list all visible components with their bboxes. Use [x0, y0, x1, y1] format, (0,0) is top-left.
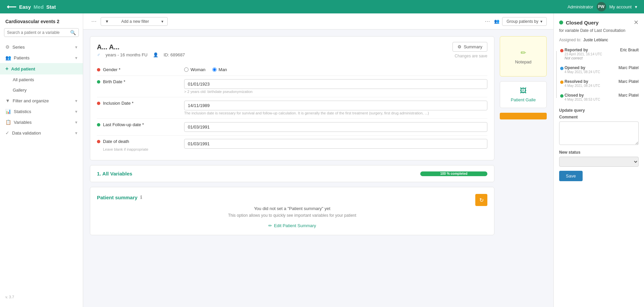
optional-indicator [97, 140, 100, 143]
patient-gallery-card[interactable]: 🖼 Patient Galle [500, 81, 547, 108]
refresh-button[interactable]: ↻ [475, 194, 487, 206]
logo-med: Med [34, 4, 44, 10]
sidebar-item-label: Variables [14, 120, 32, 125]
tl-opened-label: Opened by [565, 65, 600, 70]
tl-reported-label: Reported by [565, 48, 602, 52]
my-account-link[interactable]: My account [609, 4, 632, 9]
sidebar-item-label: All patients [5, 77, 34, 82]
summary-button[interactable]: ⚙ Summary [452, 42, 487, 52]
last-followup-label: Last Follow-up date * [103, 122, 144, 127]
save-button[interactable]: Save [559, 171, 583, 181]
summary-empty-sub: This option allows you to quickly see im… [97, 213, 487, 218]
gear-icon: ⚙ [5, 44, 10, 50]
chevron-down-icon: ▾ [75, 45, 77, 50]
required-indicator [97, 80, 100, 84]
filter-icon: ▼ [105, 19, 109, 24]
tl-reported-person: Eric Brault [620, 48, 639, 52]
info-icon: ℹ [140, 195, 142, 200]
sidebar-item-statistics[interactable]: 📊 Statistics ▾ [0, 106, 83, 117]
logo-stat: Stat [46, 4, 56, 10]
inclusion-date-label: Inclusion Date * [103, 101, 133, 106]
validation-icon: ✓ [5, 130, 9, 136]
tl-closed-label: Closed by [565, 93, 600, 98]
sidebar-item-all-patients[interactable]: All patients [0, 74, 83, 85]
logo: ⟵ EasyMedStat [7, 3, 56, 11]
timeline-item-reported: Reported by 23 April 2021, 16:14 UTC Not… [565, 48, 639, 60]
plus-icon: + [5, 66, 8, 72]
sidebar-item-filter[interactable]: ▼ Filter and organize ▾ [0, 95, 83, 106]
my-account-arrow[interactable]: ▾ [635, 4, 637, 9]
timeline-item-closed: Closed by 4 May 2021, 08:53 UTC Marc Pla… [565, 93, 639, 101]
group-patients-button[interactable]: Group patients by ▾ [502, 17, 547, 26]
birth-date-input[interactable] [184, 79, 487, 89]
chevron-down-icon: ▾ [75, 98, 77, 103]
required-indicator [97, 123, 100, 126]
tl-resolved-person: Marc Platel [619, 79, 639, 84]
inclusion-date-input[interactable] [184, 101, 487, 110]
chevron-down-icon: ▾ [540, 19, 542, 24]
query-assigned: Assigned to: Juste Leblanc [559, 38, 639, 42]
all-variables-title[interactable]: 1. All Variables [97, 171, 132, 176]
new-status-select[interactable] [559, 157, 639, 167]
group-patients-label: Group patients by [506, 19, 538, 24]
query-header: Closed Query ✕ [559, 19, 639, 26]
gender-label: Gender * [103, 67, 120, 72]
sidebar-item-data-validation[interactable]: ✓ Data validation ▾ [0, 127, 83, 138]
patient-age-fu: years - 16 months FU [106, 52, 148, 57]
main-content: ⋯ ▼ Add a new filter ▾ ⋯ 👥 Group patient… [83, 13, 553, 307]
assigned-label: Assigned to: [559, 38, 581, 42]
comment-textarea[interactable] [559, 121, 639, 145]
gender-icon: ♂ [97, 52, 100, 57]
gear-icon: ⚙ [458, 44, 462, 49]
timeline-item-resolved: Resolved by 4 May 2021, 08:24 UTC Marc P… [565, 79, 639, 88]
radio-man[interactable]: Man [212, 67, 227, 72]
notepad-card[interactable]: ✏ Notepad [500, 36, 547, 76]
edit-summary-link[interactable]: ✏ Edit Patient Summary [97, 223, 487, 228]
patient-id-icon: 👤 [153, 52, 158, 57]
notepad-icon: ✏ [521, 49, 526, 57]
sidebar-item-patients[interactable]: 👥 Patients ▾ [0, 52, 83, 63]
tl-reported-note: Not correct [565, 56, 602, 60]
chevron-down-icon: ▾ [75, 109, 77, 114]
last-followup-input[interactable] [184, 122, 487, 132]
user-avatar[interactable]: PW [597, 2, 606, 11]
all-variables-section: 1. All Variables 100 % completed [90, 165, 494, 182]
options-ellipsis-button[interactable]: ⋯ [483, 17, 491, 26]
tl-resolved-date: 4 May 2021, 08:24 UTC [565, 84, 600, 88]
search-icon[interactable]: 🔍 [70, 30, 76, 35]
right-panel: ✏ Notepad 🖼 Patient Galle [500, 36, 547, 300]
add-filter-button[interactable]: ▼ Add a new filter ▾ [101, 17, 168, 26]
required-indicator [97, 102, 100, 105]
filter-icon: ▼ [5, 98, 10, 103]
new-status-label: New status [559, 150, 639, 155]
progress-label: 100 % completed [440, 172, 467, 175]
tl-reported-date: 23 April 2021, 16:14 UTC [565, 52, 602, 56]
assigned-value: Juste Leblanc [583, 38, 608, 42]
sidebar-item-gallery[interactable]: Gallery [0, 85, 83, 95]
patient-meta: ♂ years - 16 months FU 👤 ID: 689687 [97, 52, 185, 57]
summary-empty-text: You did not set a "Patient summary" yet [97, 206, 487, 211]
query-close-button[interactable]: ✕ [634, 19, 639, 26]
inclusion-date-desc: The inclusion date is necessary for surv… [184, 111, 487, 115]
comment-label: Comment [559, 115, 639, 119]
query-panel: Closed Query ✕ for variable Date of Last… [553, 13, 644, 307]
statistics-icon: 📊 [5, 109, 11, 114]
sidebar-item-series[interactable]: ⚙ Series ▾ [0, 42, 83, 52]
patients-icon: 👥 [5, 55, 11, 60]
query-title: Closed Query [559, 20, 599, 25]
death-date-input[interactable] [184, 139, 487, 149]
sidebar-item-variables[interactable]: 📋 Variables ▾ [0, 117, 83, 127]
filter-ellipsis-button[interactable]: ⋯ [90, 17, 98, 26]
add-filter-label: Add a new filter [121, 19, 149, 24]
sidebar-item-label: Patients [14, 55, 30, 60]
update-query-label: Update query [559, 108, 639, 113]
radio-woman[interactable]: Woman [184, 67, 206, 72]
death-date-hint: Leave blank if inappropriate [97, 147, 148, 151]
orange-action-button[interactable] [500, 113, 547, 119]
query-variable-label: for variable Date of Last Consultation [559, 28, 639, 33]
patient-summary-section: Patient summary ℹ ↻ You did not set a "P… [90, 187, 494, 235]
sidebar-item-label: Data validation [12, 131, 41, 136]
field-inclusion-date: Inclusion Date * The inclusion date is n… [97, 97, 487, 119]
search-input[interactable] [7, 30, 68, 35]
sidebar-item-add-patient[interactable]: + Add patient [0, 63, 83, 74]
